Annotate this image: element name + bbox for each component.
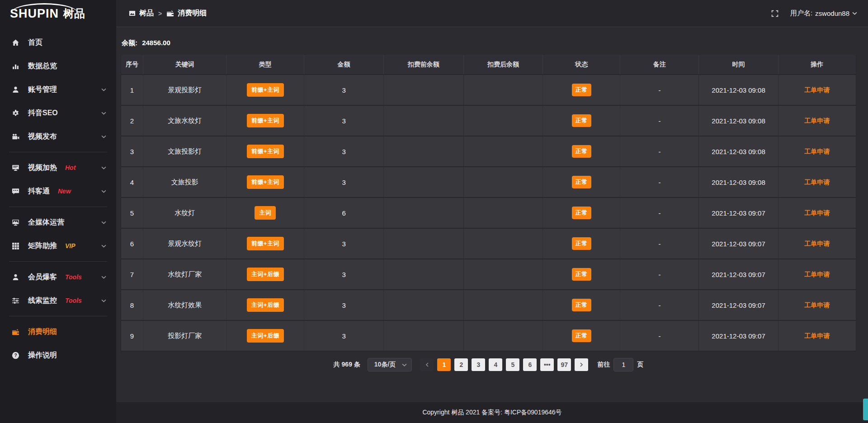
- sidebar: SHUPIN 树品 首页数据总览账号管理抖音SEO视频发布视频加热Hot抖客通N…: [0, 0, 116, 423]
- sidebar-item-视频发布[interactable]: 视频发布: [0, 125, 116, 148]
- work-order-link[interactable]: 工单申请: [804, 209, 830, 216]
- work-order-link[interactable]: 工单申请: [804, 332, 830, 339]
- chevron-down-icon: [101, 166, 106, 169]
- cell-time: 2021-12-03 09:07: [699, 290, 778, 320]
- page-button-2[interactable]: 2: [454, 358, 468, 371]
- sidebar-item-label: 首页: [28, 38, 42, 47]
- page-button-5[interactable]: 5: [506, 358, 519, 371]
- sidebar-item-抖客通[interactable]: 抖客通New: [0, 179, 116, 203]
- chevron-down-icon: [101, 244, 106, 248]
- cell-status: 正常: [543, 197, 620, 228]
- column-header-操作: 操作: [778, 55, 856, 75]
- cell-action: 工单申请: [778, 320, 856, 351]
- cell-balance-after: [463, 259, 542, 290]
- breadcrumb-item-home[interactable]: 树品: [129, 9, 154, 18]
- next-page-button[interactable]: [575, 358, 588, 371]
- brand-logo[interactable]: SHUPIN 树品: [0, 0, 116, 27]
- page-ellipsis-button[interactable]: •••: [540, 358, 554, 371]
- page-button-97[interactable]: 97: [557, 358, 571, 371]
- jump-label: 前往: [597, 361, 610, 369]
- sidebar-divider: [9, 261, 107, 262]
- wallet-icon: [12, 328, 21, 336]
- cell-index: 7: [121, 259, 143, 290]
- page-button-6[interactable]: 6: [523, 358, 537, 371]
- username-label: 用户名:: [790, 9, 812, 18]
- sidebar-item-矩阵助推[interactable]: 矩阵助推VIP: [0, 234, 116, 258]
- column-header-状态: 状态: [543, 55, 620, 75]
- table-header-row: 序号关键词类型金额扣费前余额扣费后余额状态备注时间操作: [121, 55, 856, 75]
- sidebar-item-账号管理[interactable]: 账号管理: [0, 78, 116, 101]
- type-badge: 前缀+主词: [247, 83, 284, 97]
- status-badge: 正常: [572, 237, 591, 250]
- jump-unit: 页: [637, 361, 643, 369]
- cell-type: 主词+后缀: [226, 320, 304, 351]
- work-order-link[interactable]: 工单申请: [804, 117, 830, 124]
- logo-arc-decoration: [11, 3, 78, 13]
- cell-time: 2021-12-03 09:07: [699, 259, 778, 290]
- cell-time: 2021-12-03 09:08: [699, 136, 778, 167]
- status-badge: 正常: [572, 268, 591, 281]
- sidebar-item-首页[interactable]: 首页: [0, 31, 116, 54]
- work-order-link[interactable]: 工单申请: [804, 179, 830, 186]
- chevron-down-icon: [101, 112, 106, 115]
- page-button-4[interactable]: 4: [489, 358, 502, 371]
- sidebar-item-全媒体运营[interactable]: 全媒体运营: [0, 211, 116, 234]
- sidebar-item-视频加热[interactable]: 视频加热Hot: [0, 156, 116, 179]
- type-badge: 前缀+主词: [247, 114, 284, 127]
- page-button-1[interactable]: 1: [437, 358, 451, 371]
- work-order-link[interactable]: 工单申请: [804, 148, 830, 155]
- page-jump: 前往 页: [597, 358, 643, 371]
- sidebar-item-label: 消费明细: [28, 327, 57, 337]
- sidebar-item-操作说明[interactable]: ?操作说明: [0, 343, 116, 367]
- prev-page-button[interactable]: [420, 358, 434, 371]
- work-order-link[interactable]: 工单申请: [804, 271, 830, 278]
- cell-balance-before: [383, 228, 463, 259]
- consumption-table: 序号关键词类型金额扣费前余额扣费后余额状态备注时间操作 1景观投影灯前缀+主词3…: [121, 55, 856, 352]
- sidebar-item-抖音SEO[interactable]: 抖音SEO: [0, 101, 116, 125]
- cell-time: 2021-12-03 09:08: [699, 167, 778, 197]
- page-button-3[interactable]: 3: [472, 358, 485, 371]
- breadcrumb-item-current[interactable]: 消费明细: [166, 9, 207, 18]
- cell-status: 正常: [543, 290, 620, 320]
- page-size-select[interactable]: 10条/页: [368, 358, 412, 371]
- cell-amount: 3: [304, 136, 383, 167]
- status-badge: 正常: [572, 114, 591, 127]
- cell-remark: -: [620, 136, 699, 167]
- page-number-buttons: 123456•••97: [437, 358, 571, 371]
- table-row: 1景观投影灯前缀+主词3正常-2021-12-03 09:08工单申请: [121, 75, 856, 105]
- user-menu[interactable]: 用户名: zswodun88: [790, 9, 857, 18]
- sidebar-item-线索监控[interactable]: 线索监控Tools: [0, 289, 116, 312]
- sidebar-item-数据总览[interactable]: 数据总览: [0, 54, 116, 78]
- cell-keyword: 文旅投影: [143, 167, 226, 197]
- cell-action: 工单申请: [778, 75, 856, 105]
- work-order-link[interactable]: 工单申请: [804, 301, 830, 309]
- cell-keyword: 文旅水纹灯: [143, 105, 226, 136]
- column-header-类型: 类型: [226, 55, 304, 75]
- wallet-icon: [166, 9, 174, 17]
- cell-status: 正常: [543, 228, 620, 259]
- sidebar-item-消费明细[interactable]: 消费明细: [0, 320, 116, 343]
- sidebar-divider: [9, 316, 107, 316]
- cell-balance-after: [463, 197, 542, 228]
- column-header-关键词: 关键词: [143, 55, 226, 75]
- cell-balance-after: [463, 136, 542, 167]
- status-badge: 正常: [572, 299, 591, 311]
- cell-remark: -: [620, 197, 699, 228]
- chat-widget-sliver[interactable]: [863, 399, 868, 420]
- breadcrumb-label: 树品: [139, 9, 154, 18]
- topbar-right: 用户名: zswodun88: [771, 9, 857, 18]
- cell-keyword: 水纹灯厂家: [143, 259, 226, 290]
- cell-keyword: 景观水纹灯: [143, 228, 226, 259]
- sidebar-item-会员爆客[interactable]: 会员爆客Tools: [0, 265, 116, 289]
- cell-action: 工单申请: [778, 197, 856, 228]
- cell-amount: 3: [304, 167, 383, 197]
- cell-keyword: 水纹灯效果: [143, 290, 226, 320]
- jump-page-input[interactable]: [613, 358, 633, 371]
- cell-balance-after: [463, 75, 542, 105]
- fullscreen-icon[interactable]: [771, 10, 778, 17]
- cell-time: 2021-12-03 09:07: [699, 228, 778, 259]
- table-row: 5水纹灯主词6正常-2021-12-03 09:07工单申请: [121, 197, 856, 228]
- work-order-link[interactable]: 工单申请: [804, 86, 830, 94]
- work-order-link[interactable]: 工单申请: [804, 240, 830, 247]
- chevron-down-icon: [101, 221, 106, 224]
